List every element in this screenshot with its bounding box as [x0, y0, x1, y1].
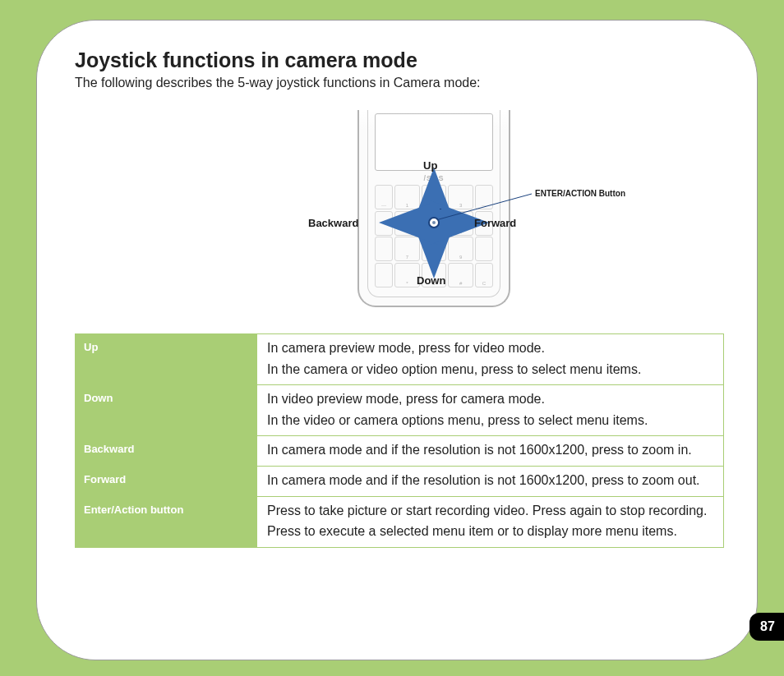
page-title: Joystick functions in camera mode: [75, 48, 724, 72]
row-description: Press to take picture or start recording…: [257, 496, 724, 547]
row-description: In camera preview mode, press for video …: [257, 334, 724, 385]
table-row: UpIn camera preview mode, press for vide…: [76, 334, 724, 385]
page-number-tab: 87: [749, 613, 784, 641]
table-row: ForwardIn camera mode and if the resolut…: [76, 466, 724, 496]
content-sheet: Joystick functions in camera mode The fo…: [36, 20, 758, 660]
row-label: Down: [76, 385, 257, 436]
joystick-diagram: /SUS ⋯123⋯ 456 789 *0#C: [75, 110, 724, 307]
row-label: Forward: [76, 466, 257, 496]
table-row: Enter/Action buttonPress to take picture…: [76, 496, 724, 547]
table-row: BackwardIn camera mode and if the resolu…: [76, 436, 724, 467]
label-down: Down: [417, 274, 445, 287]
intro-text: The following describes the 5-way joysti…: [75, 76, 724, 90]
row-description-line: In the video or camera options menu, pre…: [267, 412, 713, 430]
page-number: 87: [760, 619, 775, 634]
svg-line-4: [439, 194, 532, 219]
label-enter: ENTER/ACTION Button: [535, 189, 625, 198]
row-description-line: In camera preview mode, press for video …: [267, 339, 713, 357]
row-description-line: Press to execute a selected menu item or…: [267, 522, 713, 540]
row-description: In camera mode and if the resolution is …: [257, 436, 724, 467]
enter-pointer-icon: [75, 110, 724, 307]
row-description: In camera mode and if the resolution is …: [257, 466, 724, 496]
row-label: Enter/Action button: [76, 496, 257, 547]
label-backward: Backward: [308, 217, 358, 229]
label-forward: Forward: [474, 217, 516, 229]
row-label: Up: [76, 334, 257, 385]
row-description-line: In video preview mode, press for camera …: [267, 390, 713, 408]
row-description-line: In camera mode and if the resolution is …: [267, 441, 713, 459]
row-description-line: In camera mode and if the resolution is …: [267, 471, 713, 490]
label-up: Up: [423, 159, 437, 172]
row-description-line: Press to take picture or start recording…: [267, 502, 713, 520]
functions-table: UpIn camera preview mode, press for vide…: [75, 333, 724, 548]
row-label: Backward: [76, 436, 257, 467]
row-description: In video preview mode, press for camera …: [257, 385, 724, 436]
table-row: DownIn video preview mode, press for cam…: [76, 385, 724, 436]
row-description-line: In the camera or video option menu, pres…: [267, 361, 713, 379]
manual-page: Joystick functions in camera mode The fo…: [0, 0, 784, 676]
